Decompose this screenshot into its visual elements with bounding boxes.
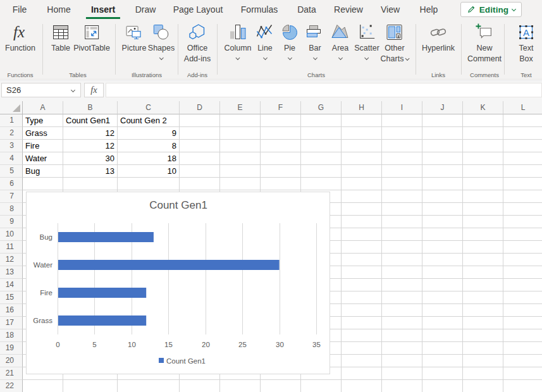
cell-h14[interactable] — [342, 279, 382, 291]
cell-c5[interactable]: 10 — [118, 165, 180, 178]
cell-d1[interactable] — [180, 114, 220, 127]
tab-page-layout[interactable]: Page Layout — [173, 0, 223, 19]
cell-g22[interactable] — [301, 380, 342, 392]
bar-fire[interactable] — [58, 288, 146, 298]
cell-k10[interactable] — [463, 228, 503, 241]
cell-k14[interactable] — [463, 279, 503, 291]
cell-k15[interactable] — [463, 291, 503, 304]
column-header-d[interactable]: D — [180, 101, 220, 114]
cell-h12[interactable] — [342, 254, 382, 266]
column-header-h[interactable]: H — [342, 101, 382, 114]
cell-i4[interactable] — [382, 152, 422, 165]
cell-h10[interactable] — [342, 228, 382, 241]
select-all-corner[interactable] — [0, 101, 23, 114]
cell-i17[interactable] — [382, 317, 422, 329]
cell-j17[interactable] — [422, 317, 463, 329]
cell-l16[interactable] — [503, 304, 542, 317]
cell-i18[interactable] — [382, 329, 422, 342]
row-header-9[interactable]: 9 — [0, 216, 23, 228]
cell-g6[interactable] — [301, 178, 342, 190]
cell-l9[interactable] — [503, 216, 542, 228]
formula-input[interactable] — [106, 83, 542, 97]
cell-k22[interactable] — [463, 380, 503, 392]
cell-j12[interactable] — [422, 254, 463, 266]
cell-l13[interactable] — [503, 266, 542, 279]
tab-review[interactable]: Review — [334, 0, 363, 19]
cell-k16[interactable] — [463, 304, 503, 317]
row-header-20[interactable]: 20 — [0, 355, 23, 367]
cell-h17[interactable] — [342, 317, 382, 329]
cell-i22[interactable] — [382, 380, 422, 392]
ribbon-button-column[interactable]: Column — [224, 23, 251, 59]
cell-d4[interactable] — [180, 152, 220, 165]
cell-l17[interactable] — [503, 317, 542, 329]
row-header-17[interactable]: 17 — [0, 317, 23, 329]
cell-h13[interactable] — [342, 266, 382, 279]
cell-i6[interactable] — [382, 178, 422, 190]
cell-j14[interactable] — [422, 279, 463, 291]
cell-b3[interactable]: 12 — [63, 140, 118, 152]
cell-k9[interactable] — [463, 216, 503, 228]
cell-j13[interactable] — [422, 266, 463, 279]
cell-l22[interactable] — [503, 380, 542, 392]
cell-j4[interactable] — [422, 152, 463, 165]
cell-h20[interactable] — [342, 355, 382, 367]
cell-g3[interactable] — [301, 140, 342, 152]
cell-j8[interactable] — [422, 203, 463, 216]
cell-i9[interactable] — [382, 216, 422, 228]
cell-f2[interactable] — [261, 127, 301, 140]
cell-h22[interactable] — [342, 380, 382, 392]
editing-mode-button[interactable]: Editing — [460, 2, 522, 17]
tab-view[interactable]: View — [381, 0, 400, 19]
cell-i14[interactable] — [382, 279, 422, 291]
cell-g4[interactable] — [301, 152, 342, 165]
cell-c2[interactable]: 9 — [118, 127, 180, 140]
ribbon-button-text-box[interactable]: ATextBox — [517, 23, 536, 63]
cell-g2[interactable] — [301, 127, 342, 140]
column-header-k[interactable]: K — [463, 101, 503, 114]
cell-j19[interactable] — [422, 342, 463, 355]
tab-data[interactable]: Data — [297, 0, 316, 19]
row-header-10[interactable]: 10 — [0, 228, 23, 241]
tab-file[interactable]: File — [13, 0, 27, 19]
embedded-chart[interactable]: 05101520253035GrassFireWaterBugCount Gen… — [26, 192, 330, 374]
row-header-2[interactable]: 2 — [0, 127, 23, 140]
cell-k13[interactable] — [463, 266, 503, 279]
cell-i20[interactable] — [382, 355, 422, 367]
cell-l5[interactable] — [503, 165, 542, 178]
cell-d5[interactable] — [180, 165, 220, 178]
cell-l21[interactable] — [503, 367, 542, 380]
cell-h4[interactable] — [342, 152, 382, 165]
cell-e1[interactable] — [220, 114, 261, 127]
cell-i15[interactable] — [382, 291, 422, 304]
cell-j2[interactable] — [422, 127, 463, 140]
cell-i10[interactable] — [382, 228, 422, 241]
cell-a2[interactable]: Grass — [23, 127, 63, 140]
cell-l10[interactable] — [503, 228, 542, 241]
cell-k4[interactable] — [463, 152, 503, 165]
row-header-22[interactable]: 22 — [0, 380, 23, 392]
row-header-8[interactable]: 8 — [0, 203, 23, 216]
cell-h6[interactable] — [342, 178, 382, 190]
tab-formulas[interactable]: Formulas — [241, 0, 278, 19]
cell-k7[interactable] — [463, 190, 503, 203]
cell-f6[interactable] — [261, 178, 301, 190]
cell-i2[interactable] — [382, 127, 422, 140]
cell-l3[interactable] — [503, 140, 542, 152]
cell-k11[interactable] — [463, 241, 503, 254]
row-header-18[interactable]: 18 — [0, 329, 23, 342]
cell-k1[interactable] — [463, 114, 503, 127]
cell-h21[interactable] — [342, 367, 382, 380]
name-box[interactable]: S26 — [1, 83, 81, 97]
cell-j5[interactable] — [422, 165, 463, 178]
cell-k17[interactable] — [463, 317, 503, 329]
cell-j11[interactable] — [422, 241, 463, 254]
cell-e4[interactable] — [220, 152, 261, 165]
row-header-15[interactable]: 15 — [0, 291, 23, 304]
tab-help[interactable]: Help — [420, 0, 438, 19]
row-header-19[interactable]: 19 — [0, 342, 23, 355]
row-header-14[interactable]: 14 — [0, 279, 23, 291]
cell-a3[interactable]: Fire — [23, 140, 63, 152]
cell-l20[interactable] — [503, 355, 542, 367]
cell-i16[interactable] — [382, 304, 422, 317]
